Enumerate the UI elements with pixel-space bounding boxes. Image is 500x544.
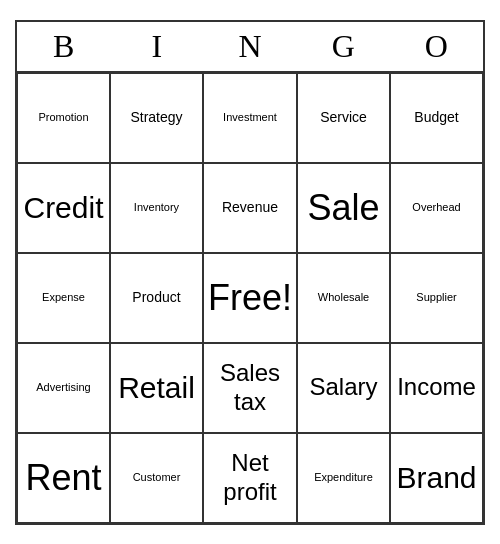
cell-label: Expenditure xyxy=(314,471,373,484)
cell-label: Retail xyxy=(118,370,195,406)
cell-2-0: Expense xyxy=(17,253,110,343)
cell-label: Product xyxy=(132,289,180,306)
cell-label: Revenue xyxy=(222,199,278,216)
cell-2-3: Wholesale xyxy=(297,253,390,343)
cell-0-3: Service xyxy=(297,73,390,163)
cell-label: Overhead xyxy=(412,201,460,214)
cell-label: Expense xyxy=(42,291,85,304)
cell-4-2: Net profit xyxy=(203,433,297,523)
cell-label: Advertising xyxy=(36,381,90,394)
cell-label: Credit xyxy=(23,190,103,226)
cell-label: Sales tax xyxy=(208,359,292,417)
cell-3-1: Retail xyxy=(110,343,203,433)
cell-3-0: Advertising xyxy=(17,343,110,433)
header-letter: O xyxy=(390,22,483,71)
cell-label: Free! xyxy=(208,276,292,319)
cell-0-4: Budget xyxy=(390,73,483,163)
header-letter: B xyxy=(17,22,110,71)
cell-4-0: Rent xyxy=(17,433,110,523)
cell-label: Budget xyxy=(414,109,458,126)
cell-label: Inventory xyxy=(134,201,179,214)
cell-4-4: Brand xyxy=(390,433,483,523)
cell-label: Income xyxy=(397,373,476,402)
cell-2-2: Free! xyxy=(203,253,297,343)
header-letter: I xyxy=(110,22,203,71)
bingo-grid: PromotionStrategyInvestmentServiceBudget… xyxy=(17,73,483,523)
cell-3-3: Salary xyxy=(297,343,390,433)
cell-0-0: Promotion xyxy=(17,73,110,163)
cell-label: Wholesale xyxy=(318,291,369,304)
cell-label: Strategy xyxy=(130,109,182,126)
cell-label: Rent xyxy=(25,456,101,499)
bingo-header: BINGO xyxy=(17,22,483,73)
cell-1-4: Overhead xyxy=(390,163,483,253)
cell-4-1: Customer xyxy=(110,433,203,523)
cell-label: Customer xyxy=(133,471,181,484)
cell-1-1: Inventory xyxy=(110,163,203,253)
cell-3-2: Sales tax xyxy=(203,343,297,433)
cell-1-3: Sale xyxy=(297,163,390,253)
cell-3-4: Income xyxy=(390,343,483,433)
cell-2-1: Product xyxy=(110,253,203,343)
cell-label: Investment xyxy=(223,111,277,124)
cell-label: Service xyxy=(320,109,367,126)
cell-label: Promotion xyxy=(38,111,88,124)
cell-label: Salary xyxy=(309,373,377,402)
cell-label: Supplier xyxy=(416,291,456,304)
header-letter: N xyxy=(203,22,296,71)
cell-label: Brand xyxy=(396,460,476,496)
cell-0-2: Investment xyxy=(203,73,297,163)
cell-0-1: Strategy xyxy=(110,73,203,163)
cell-4-3: Expenditure xyxy=(297,433,390,523)
cell-1-2: Revenue xyxy=(203,163,297,253)
cell-2-4: Supplier xyxy=(390,253,483,343)
cell-label: Net profit xyxy=(208,449,292,507)
cell-label: Sale xyxy=(307,186,379,229)
header-letter: G xyxy=(297,22,390,71)
bingo-card: BINGO PromotionStrategyInvestmentService… xyxy=(15,20,485,525)
cell-1-0: Credit xyxy=(17,163,110,253)
